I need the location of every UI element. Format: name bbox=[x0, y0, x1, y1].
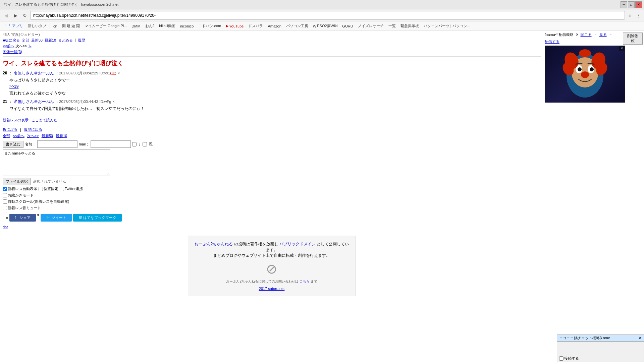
link-latest10[interactable]: 最新10 bbox=[45, 38, 56, 43]
footer-contact-link[interactable]: こちら bbox=[300, 280, 310, 283]
bookmark-pso2wiki[interactable]: W PSO2夢Wiki bbox=[311, 23, 340, 29]
bookmarks-bar: ⋮⋮ アプリ 新しいタブ cn 開 建 遊 闘 マイムービー Google Pl… bbox=[0, 21, 644, 31]
connect-label: 接続する bbox=[564, 356, 579, 361]
nav-1[interactable]: 1- bbox=[28, 44, 32, 48]
share-facebook-button[interactable]: f シェア bbox=[9, 214, 36, 222]
bookmark-yodobashi[interactable]: ヨドバシ.com bbox=[196, 23, 223, 29]
next-link[interactable]: 次へ>> bbox=[27, 133, 39, 138]
thread-title: ワイ、スレを建てるも全然伸びずに咽び泣く bbox=[3, 59, 541, 67]
close-button[interactable]: ✕ bbox=[635, 1, 642, 8]
check1[interactable] bbox=[132, 142, 137, 146]
bookmark-noise[interactable]: ノイズレサーチ bbox=[356, 23, 386, 29]
board-back-link[interactable]: 板に戻る bbox=[3, 127, 17, 132]
chat-widget-body bbox=[557, 342, 644, 355]
submit-button[interactable]: 書き込む bbox=[3, 141, 23, 148]
bookmark-onj[interactable]: おんJ bbox=[143, 23, 157, 29]
post-author-21: 名無しさん＠おーぷん bbox=[14, 99, 54, 105]
back-button[interactable]: ◀ bbox=[2, 11, 10, 19]
check-position[interactable] bbox=[39, 187, 43, 191]
options-row3: 自動スクロール(新着レスを自動追尾) bbox=[3, 199, 541, 204]
link-board-back[interactable]: ■板に戻る bbox=[3, 38, 20, 43]
bookmark-pcparts[interactable]: パソコンパーツ | パソコン... bbox=[422, 23, 472, 29]
footer-link-publicdomain[interactable]: パブリックドメイン bbox=[279, 242, 316, 246]
bookmark-mymovie[interactable]: マイムービー Google Pl... bbox=[83, 23, 129, 29]
share-hatena-button[interactable]: B! はてなブックマーク bbox=[73, 214, 121, 222]
link-history[interactable]: 履歴 bbox=[78, 38, 85, 43]
bookmark-newtab[interactable]: 新しいタブ bbox=[26, 23, 48, 29]
footer-link-open2ch[interactable]: おーぷん2ちゃんねる bbox=[195, 242, 233, 246]
bullet2 bbox=[37, 214, 39, 216]
settings-icon[interactable]: ⋮ bbox=[635, 12, 642, 19]
bookmark-youtube[interactable]: ▶ YouTube bbox=[224, 23, 246, 29]
link-matome[interactable]: まとめる bbox=[58, 38, 73, 43]
svg-point-6 bbox=[590, 67, 594, 71]
nav-prev[interactable]: <<前へ bbox=[3, 44, 14, 48]
post-body-21: ワイなんて自分で7回見て削除依頼出したわ… 初スレ立てだったのにぃ！ bbox=[9, 106, 541, 112]
thread-meta: 45人 実況(ジュピター) bbox=[3, 32, 541, 37]
prev-link[interactable]: <<前へ bbox=[13, 133, 24, 138]
file-status: 選択されていません bbox=[33, 179, 66, 184]
latest10-link2[interactable]: 最新10 bbox=[56, 133, 67, 138]
mail-input[interactable] bbox=[91, 140, 131, 148]
minimize-button[interactable]: ─ bbox=[621, 1, 627, 8]
bookmark-games[interactable]: 開 建 遊 闘 bbox=[60, 23, 82, 29]
page-content: 45人 実況(ジュピター) ■板に戻る 全部 最新50 最新10 まとめる | … bbox=[0, 31, 644, 362]
svg-point-11 bbox=[579, 49, 591, 57]
stream-icon: ✕ bbox=[576, 33, 579, 37]
connect-checkbox[interactable] bbox=[559, 356, 564, 361]
broadcast-link[interactable]: 配信する bbox=[545, 39, 559, 44]
post-del-20[interactable]: × bbox=[118, 70, 120, 76]
post-del-21[interactable]: × bbox=[112, 99, 114, 105]
bookmark-guru[interactable]: GURU bbox=[340, 23, 355, 29]
all-link[interactable]: 全部 bbox=[3, 133, 10, 138]
check2[interactable] bbox=[143, 142, 147, 146]
bookmark-pckobo[interactable]: パソコン工房 bbox=[284, 23, 310, 29]
footer: おーぷん2ちゃんねる の投稿は著作権を放棄し パブリックドメイン として公開して… bbox=[188, 236, 356, 296]
check-drawing[interactable] bbox=[3, 193, 7, 197]
bookmark-emergency[interactable]: 緊急掲示板 bbox=[398, 23, 421, 29]
bookmark-amazon[interactable]: Amazon bbox=[266, 23, 283, 29]
chat-widget-header: ニコニコ鍋チャット概略β.ome ✕ bbox=[557, 335, 644, 342]
watch-link[interactable]: 見る bbox=[599, 32, 607, 37]
video-close-button[interactable]: ✕ bbox=[619, 46, 625, 51]
maximize-button[interactable]: □ bbox=[628, 1, 635, 8]
delete-request-button[interactable]: 削除依頼 bbox=[623, 33, 643, 45]
history-back-link[interactable]: 履歴に戻る bbox=[24, 127, 42, 132]
option-autoscroll: 自動スクロール(新着レスを自動追尾) bbox=[3, 199, 69, 204]
name-input[interactable] bbox=[37, 140, 77, 148]
footer-year-link[interactable]: 2017 satoru.net bbox=[259, 287, 284, 291]
url-input[interactable] bbox=[30, 11, 625, 20]
link-latest50[interactable]: 最新50 bbox=[31, 38, 43, 43]
chat-widget-close-icon[interactable]: ✕ bbox=[639, 336, 642, 340]
check-twitter[interactable] bbox=[60, 187, 64, 191]
thread-links: ■板に戻る 全部 最新50 最新10 まとめる | 履歴 bbox=[3, 38, 541, 43]
bookmark-star-icon[interactable]: ☆ bbox=[626, 12, 634, 19]
share-twitter-button[interactable]: 🐦 ツイート bbox=[41, 214, 72, 222]
listen-link[interactable]: 聞こる bbox=[581, 32, 592, 37]
bookmark-dmm[interactable]: DMM bbox=[129, 23, 142, 29]
bookmark-list[interactable]: 一覧 bbox=[386, 23, 398, 29]
message-textarea[interactable]: またnamaやっとる bbox=[3, 149, 110, 176]
bookmark-dosupara[interactable]: ドスパラ bbox=[246, 23, 265, 29]
read-here-link[interactable]: ここまで読んだ bbox=[32, 118, 57, 122]
image-list-anchor[interactable]: 画像一覧(β) bbox=[3, 50, 22, 54]
post-quote-19[interactable]: >>19 bbox=[9, 84, 18, 89]
bookmark-niconico[interactable]: niconico bbox=[178, 23, 196, 29]
reload-button[interactable]: ↻ bbox=[21, 11, 29, 19]
svg-point-2 bbox=[581, 71, 589, 78]
bookmark-apps[interactable]: ⋮⋮ アプリ bbox=[2, 23, 25, 29]
check-autoscroll[interactable] bbox=[3, 199, 7, 204]
latest50-link2[interactable]: 最新50 bbox=[42, 133, 53, 138]
link-all[interactable]: 全部 bbox=[22, 38, 29, 43]
video-title: fnama生配信概略 bbox=[545, 32, 574, 37]
check-mute[interactable] bbox=[3, 206, 7, 210]
new-replies-link[interactable]: 新着レスの表示 bbox=[3, 118, 29, 122]
separator2 bbox=[3, 125, 541, 125]
forward-button[interactable]: ▶ bbox=[11, 11, 19, 19]
post-21: 21 ： 名無しさん＠おーぷん ：2017/07/03(月)00:44:43 I… bbox=[3, 99, 541, 112]
file-select-button[interactable]: ファイル選択 bbox=[3, 178, 31, 185]
dat-link[interactable]: dat bbox=[3, 225, 8, 229]
check-new-reply[interactable] bbox=[3, 187, 7, 191]
bookmark-bilibili[interactable]: bilibili動画 bbox=[157, 23, 177, 29]
bookmark-cn[interactable]: cn bbox=[51, 23, 59, 29]
